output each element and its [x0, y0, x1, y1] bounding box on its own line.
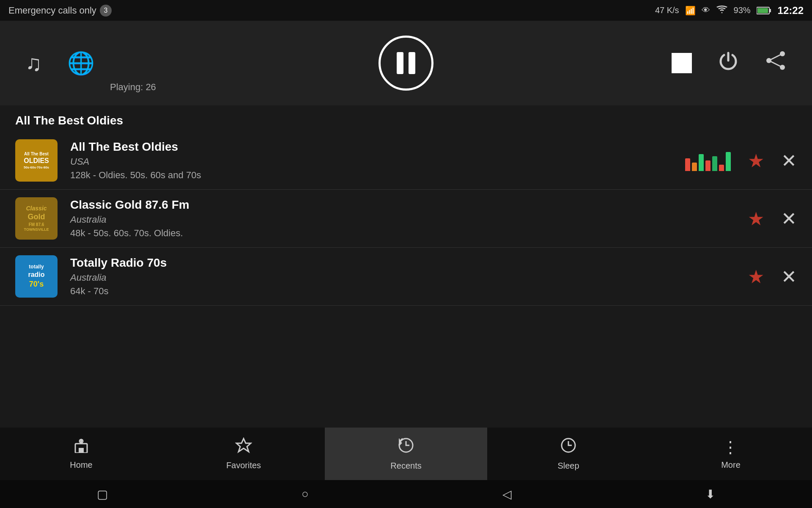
pause-bar-left: [397, 52, 403, 74]
eq-bar: [705, 160, 710, 171]
station-country: Australia: [70, 214, 735, 225]
eq-bar: [692, 163, 697, 171]
table-row[interactable]: All The Best OLDIES 50s·60s·70s·80s All …: [0, 132, 812, 190]
android-back-button[interactable]: ◁: [502, 487, 512, 501]
eq-bar: [719, 165, 724, 171]
music-icon: ♫: [25, 50, 42, 76]
pause-button[interactable]: [379, 36, 433, 91]
station-name: All The Best Oldies: [70, 140, 672, 154]
power-button[interactable]: [717, 50, 739, 77]
station-actions: ★ ✕: [748, 266, 797, 287]
battery-text: 93%: [734, 6, 751, 15]
remove-button[interactable]: ✕: [781, 208, 797, 229]
station-country: Australia: [70, 272, 735, 283]
recents-icon: [398, 437, 414, 458]
playing-label: Playing: 26: [110, 82, 156, 93]
station-desc: 48k - 50s. 60s. 70s. Oldies.: [70, 228, 735, 239]
nav-item-home[interactable]: Home: [0, 428, 162, 480]
network-speed: 47 K/s: [655, 6, 679, 15]
wifi-icon: [716, 5, 728, 16]
svg-marker-12: [236, 439, 251, 452]
eq-bar: [699, 154, 704, 171]
remove-button[interactable]: ✕: [781, 150, 797, 171]
player-right: [672, 50, 787, 77]
nav-label-home: Home: [70, 460, 92, 470]
sleep-icon: [560, 437, 577, 458]
equalizer: [685, 150, 731, 171]
table-row[interactable]: totally radio 70's Totally Radio 70s Aus…: [0, 248, 812, 306]
remove-button[interactable]: ✕: [781, 266, 797, 287]
nav-item-more[interactable]: ⋮ More: [650, 428, 812, 480]
station-name: Totally Radio 70s: [70, 256, 735, 270]
station-desc: 128k - Oldies. 50s. 60s and 70s: [70, 170, 672, 181]
bottom-nav: Home Favorites Recents Sleep: [0, 428, 812, 480]
pause-bar-right: [409, 52, 415, 74]
pause-button-wrap: [379, 36, 433, 91]
pause-icon: [397, 52, 415, 74]
svg-line-6: [769, 54, 782, 61]
table-row[interactable]: Classic Gold FM 87.6 TOWNSVILLE Classic …: [0, 190, 812, 248]
android-square-button[interactable]: ▢: [97, 487, 108, 501]
bluetooth-icon: 📶: [685, 6, 696, 16]
stop-button[interactable]: [672, 53, 692, 73]
svg-rect-2: [757, 8, 768, 13]
time-display: 12:22: [778, 5, 804, 17]
battery-icon: [757, 6, 772, 15]
favorite-button[interactable]: ★: [748, 266, 764, 287]
nav-label-sleep: Sleep: [557, 461, 579, 471]
station-country: USA: [70, 156, 672, 167]
station-desc: 64k - 70s: [70, 286, 735, 297]
status-bar-left: Emergency calls only 3: [8, 5, 112, 17]
station-list: All The Best OLDIES 50s·60s·70s·80s All …: [0, 132, 812, 306]
station-actions: ★ ✕: [748, 208, 797, 229]
eq-bar: [712, 156, 717, 171]
more-icon: ⋮: [722, 438, 739, 457]
svg-rect-11: [80, 439, 82, 444]
share-button[interactable]: [765, 50, 787, 77]
android-nav: ▢ ○ ◁ ⬇: [0, 480, 812, 508]
station-name: Classic Gold 87.6 Fm: [70, 198, 735, 212]
nav-item-sleep[interactable]: Sleep: [487, 428, 650, 480]
nav-item-favorites[interactable]: Favorites: [162, 428, 325, 480]
status-bar-right: 47 K/s 📶 👁 93% 12:22: [655, 5, 804, 17]
emergency-calls-text: Emergency calls only: [8, 5, 96, 16]
nav-label-favorites: Favorites: [226, 461, 261, 470]
station-info-oldies: All The Best Oldies USA 128k - Oldies. 5…: [58, 140, 685, 181]
svg-line-7: [769, 61, 782, 67]
nav-label-recents: Recents: [390, 461, 421, 471]
status-bar: Emergency calls only 3 47 K/s 📶 👁 93% 12…: [0, 0, 812, 21]
player-bar: ♫ 🌐 Playing: 26: [0, 21, 812, 105]
eq-bar: [685, 158, 690, 171]
favorite-button[interactable]: ★: [748, 150, 764, 171]
svg-rect-9: [79, 448, 84, 453]
favorite-button[interactable]: ★: [748, 208, 764, 229]
notification-badge: 3: [100, 5, 112, 17]
globe-icon: 🌐: [67, 50, 95, 76]
home-icon: [73, 438, 90, 457]
player-left: ♫ 🌐: [25, 50, 95, 76]
station-logo-classic: Classic Gold FM 87.6 TOWNSVILLE: [15, 197, 58, 240]
station-info-classic: Classic Gold 87.6 Fm Australia 48k - 50s…: [58, 198, 748, 239]
station-logo-totally: totally radio 70's: [15, 255, 58, 298]
eq-bar: [726, 152, 731, 171]
favorites-icon: [235, 437, 252, 457]
android-download-button[interactable]: ⬇: [705, 487, 715, 501]
station-info-totally: Totally Radio 70s Australia 64k - 70s: [58, 256, 748, 297]
nav-label-more: More: [721, 460, 741, 470]
visibility-icon: 👁: [702, 6, 710, 15]
svg-rect-1: [769, 9, 771, 12]
section-title: All The Best Oldies: [0, 105, 812, 132]
nav-item-recents[interactable]: Recents: [325, 428, 487, 480]
station-logo-oldies: All The Best OLDIES 50s·60s·70s·80s: [15, 139, 58, 182]
android-home-button[interactable]: ○: [302, 487, 309, 501]
station-actions: ★ ✕: [685, 150, 797, 171]
